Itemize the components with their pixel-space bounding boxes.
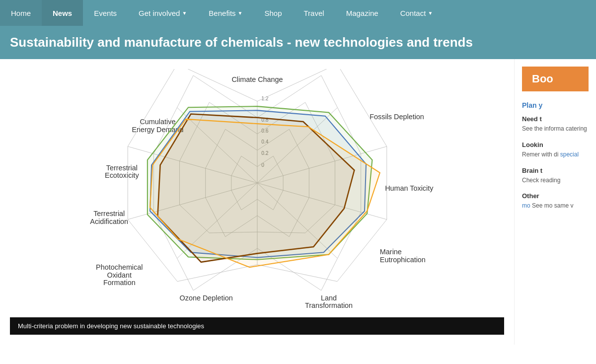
svg-text:Human Toxicity: Human Toxicity xyxy=(385,184,434,192)
svg-text:Acidification: Acidification xyxy=(90,218,128,225)
sidebar-section-3: Other mo See mo same v xyxy=(522,192,589,210)
nav-benefits[interactable]: Benefits▼ xyxy=(198,0,253,26)
svg-text:Oxidant: Oxidant xyxy=(107,271,132,279)
nav-travel[interactable]: Travel xyxy=(293,0,335,26)
radar-chart: Climate Change 1.2 0.8 0.6 0.4 0.2 0 Fos… xyxy=(78,69,436,317)
nav-events-label: Events xyxy=(94,9,117,17)
sidebar-section-1: Lookin Remer with di special xyxy=(522,141,589,159)
svg-text:Marine: Marine xyxy=(379,248,401,256)
chevron-down-icon: ▼ xyxy=(182,10,187,16)
sidebar-section-0: Need t See the informa catering xyxy=(522,115,589,133)
sidebar-section-title-2: Brain t xyxy=(522,167,589,174)
svg-text:Terrestrial: Terrestrial xyxy=(106,164,137,172)
nav-news-label: News xyxy=(53,9,72,17)
chevron-down-icon: ▼ xyxy=(428,10,433,16)
svg-text:Climate Change: Climate Change xyxy=(231,75,283,83)
sidebar-section-text-2: Check reading xyxy=(522,176,589,185)
nav-magazine-label: Magazine xyxy=(346,9,378,17)
sidebar-text-3: See mo same v xyxy=(532,202,573,209)
page-header: Sustainability and manufacture of chemic… xyxy=(0,26,596,59)
nav-events[interactable]: Events xyxy=(83,0,128,26)
page-title: Sustainability and manufacture of chemic… xyxy=(10,35,586,50)
nav-contact-label: Contact xyxy=(400,9,426,17)
nav-travel-label: Travel xyxy=(304,9,324,17)
caption-text: Multi-criteria problem in developing new… xyxy=(18,322,204,330)
sidebar-link-1[interactable]: special xyxy=(560,151,579,158)
sidebar-section-title-0: Need t xyxy=(522,115,589,123)
nav-home-label: Home xyxy=(11,9,31,17)
main-content: Climate Change 1.2 0.8 0.6 0.4 0.2 0 Fos… xyxy=(0,59,596,345)
nav-news[interactable]: News xyxy=(42,0,83,26)
nav-home[interactable]: Home xyxy=(0,0,42,26)
svg-text:Land: Land xyxy=(320,294,336,302)
chart-caption: Multi-criteria problem in developing new… xyxy=(10,317,504,335)
nav-get-involved[interactable]: Get involved▼ xyxy=(128,0,198,26)
sidebar-section-title-3: Other xyxy=(522,192,589,200)
svg-text:Photochemical: Photochemical xyxy=(96,263,143,271)
radar-svg: Climate Change 1.2 0.8 0.6 0.4 0.2 0 Fos… xyxy=(78,69,436,317)
sidebar-section-title-1: Lookin xyxy=(522,141,589,148)
svg-text:Fossils Depletion: Fossils Depletion xyxy=(370,113,424,121)
sidebar-section-text-0: See the informa catering xyxy=(522,125,589,133)
sidebar-section-2: Brain t Check reading xyxy=(522,167,589,185)
book-button-label: Boo xyxy=(532,73,553,85)
svg-text:Ecotoxicity: Ecotoxicity xyxy=(105,171,140,179)
nav-contact[interactable]: Contact▼ xyxy=(389,0,444,26)
sidebar-link-3[interactable]: mo xyxy=(522,202,530,209)
nav-get-involved-label: Get involved xyxy=(139,9,180,17)
book-button[interactable]: Boo xyxy=(522,67,589,91)
sidebar-section-text-1: Remer with di special xyxy=(522,150,589,159)
svg-text:Formation: Formation xyxy=(103,279,135,287)
chart-area: Climate Change 1.2 0.8 0.6 0.4 0.2 0 Fos… xyxy=(0,59,514,345)
sidebar-section-text-3: mo See mo same v xyxy=(522,202,589,210)
nav-benefits-label: Benefits xyxy=(209,9,235,17)
sidebar: Boo Plan y Need t See the informa cateri… xyxy=(514,59,596,345)
sidebar-text-1: Remer with di xyxy=(522,151,558,158)
chevron-down-icon: ▼ xyxy=(238,10,243,16)
svg-text:Ozone Depletion: Ozone Depletion xyxy=(179,294,232,302)
svg-text:Terrestrial: Terrestrial xyxy=(93,210,125,218)
nav-magazine[interactable]: Magazine xyxy=(335,0,389,26)
nav-shop-label: Shop xyxy=(264,9,282,17)
plan-title: Plan y xyxy=(522,101,589,109)
navigation: Home News Events Get involved▼ Benefits▼… xyxy=(0,0,596,26)
svg-text:Eutrophication: Eutrophication xyxy=(379,256,425,264)
svg-text:Cumulative: Cumulative xyxy=(140,118,175,126)
nav-shop[interactable]: Shop xyxy=(253,0,293,26)
svg-text:Transformation: Transformation xyxy=(304,301,352,309)
